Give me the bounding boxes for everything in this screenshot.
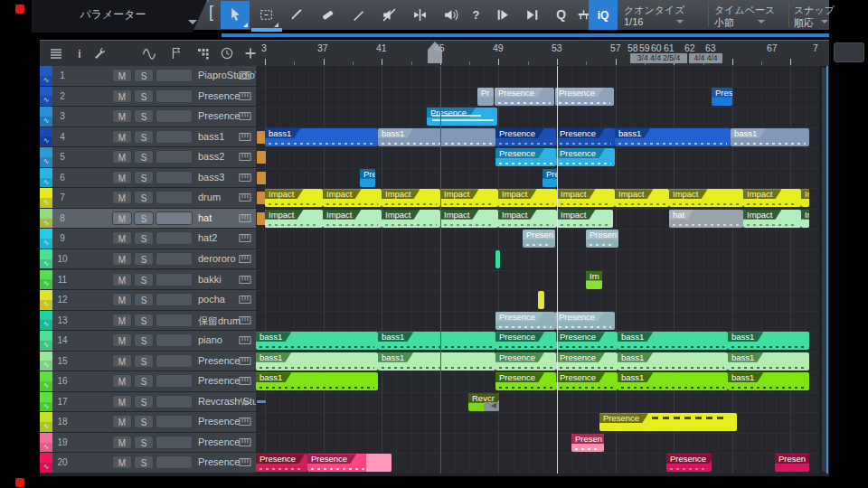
arrangement-area[interactable]: PrPresencePresencePresPresencebass1bass1… — [256, 66, 819, 474]
clip[interactable]: Revcr◀ — [468, 393, 499, 411]
instrument-keyboard-icon[interactable] — [239, 294, 251, 305]
record-arm-box[interactable] — [156, 293, 193, 306]
track-color-chip[interactable]: ∿ — [40, 209, 52, 229]
automation-wave-icon[interactable]: ∿ — [40, 117, 52, 127]
record-arm-box[interactable] — [156, 374, 193, 388]
instrument-keyboard-icon[interactable] — [239, 70, 251, 81]
automation-wave-icon[interactable]: ∿ — [40, 463, 52, 473]
record-arm-box[interactable] — [156, 436, 193, 449]
track-color-chip[interactable]: ∿ — [40, 433, 52, 453]
track-row[interactable]: ∿20MSPresence — [40, 453, 256, 474]
solo-button[interactable]: S — [134, 314, 154, 327]
clip[interactable]: bass1 — [728, 332, 809, 350]
solo-button[interactable]: S — [134, 191, 154, 204]
clip[interactable] — [495, 250, 500, 268]
clip[interactable]: Impact — [743, 210, 801, 228]
instrument-keyboard-icon[interactable] — [239, 232, 251, 244]
record-arm-box[interactable] — [156, 252, 193, 266]
mute-button[interactable]: M — [112, 436, 132, 449]
clip[interactable]: Pr — [477, 88, 494, 106]
clip[interactable]: Impact — [382, 210, 440, 228]
chevron-down-icon[interactable] — [821, 20, 828, 27]
solo-button[interactable]: S — [134, 333, 154, 347]
track-row[interactable]: ∿6MSbass3 — [40, 168, 256, 189]
clip[interactable]: Presence — [556, 128, 615, 146]
clip[interactable]: Presen — [523, 230, 555, 248]
track-color-chip[interactable]: ∿ — [40, 168, 52, 188]
iq-mode-button[interactable]: iQ — [589, 0, 618, 30]
instrument-keyboard-icon[interactable] — [239, 456, 251, 468]
clip[interactable]: Impact — [265, 210, 323, 228]
track-row[interactable]: ∿10MSderororo — [40, 249, 256, 270]
clip[interactable]: bass1 — [618, 332, 728, 350]
clip[interactable]: bass1 — [618, 352, 728, 371]
solo-button[interactable]: S — [134, 150, 154, 164]
record-arm-box[interactable] — [156, 395, 193, 408]
clip[interactable]: bass1 — [265, 128, 378, 146]
clip[interactable]: hat — [669, 210, 743, 228]
track-color-chip[interactable]: ∿ — [40, 412, 52, 432]
clip[interactable]: Presence — [555, 88, 614, 106]
instrument-keyboard-icon[interactable] — [239, 110, 251, 122]
track-row[interactable]: ∿15MSPresence — [40, 352, 256, 372]
automation-wave-icon[interactable]: ∿ — [40, 157, 52, 167]
mute-tool[interactable] — [374, 1, 403, 29]
mute-button[interactable]: M — [112, 109, 132, 123]
record-arm-box[interactable] — [156, 211, 193, 225]
track-color-chip[interactable]: ∿ — [40, 229, 52, 249]
timebase-select[interactable]: 小節 — [714, 16, 734, 30]
chevron-down-icon[interactable] — [188, 20, 197, 29]
mute-button[interactable]: M — [112, 150, 132, 164]
chevron-down-icon[interactable] — [758, 20, 765, 27]
ruler-options-box[interactable] — [834, 42, 864, 62]
instrument-keyboard-icon[interactable] — [239, 355, 251, 367]
solo-button[interactable]: S — [134, 415, 154, 428]
instrument-keyboard-icon[interactable] — [239, 172, 251, 183]
mute-button[interactable]: M — [112, 354, 132, 368]
track-row[interactable]: ∿7MSdrum — [40, 188, 256, 209]
track-row[interactable]: ∿3MSPresence — [40, 107, 256, 127]
grid-icon[interactable] — [192, 43, 213, 63]
automation-wave-icon[interactable]: ∿ — [40, 178, 52, 188]
record-arm-box[interactable] — [156, 150, 193, 164]
clip[interactable]: Presence — [555, 312, 615, 330]
clip[interactable]: bass1 — [256, 372, 378, 390]
clip[interactable]: Presence — [666, 454, 712, 472]
mute-button[interactable]: M — [112, 231, 132, 245]
help[interactable]: ? — [461, 1, 490, 29]
snap-select[interactable]: 順応 — [794, 16, 814, 30]
range-tool[interactable] — [251, 1, 280, 29]
track-color-chip[interactable]: ∿ — [40, 352, 52, 371]
locate-left[interactable] — [488, 1, 517, 29]
track-row[interactable]: ∿5MSbass2 — [40, 147, 256, 168]
track-row[interactable]: ∿16MSPresence — [40, 371, 256, 392]
clip[interactable]: Im — [586, 271, 602, 289]
automation-wave-icon[interactable]: ∿ — [40, 136, 52, 146]
automation-wave-icon[interactable]: ∿ — [40, 320, 52, 330]
track-row[interactable]: ∿17MSRevcrash Studio — [40, 392, 256, 413]
clip[interactable]: Pres — [360, 169, 375, 187]
record-arm-box[interactable] — [156, 314, 193, 327]
track-row[interactable]: ∿4MSbass1 — [40, 127, 256, 148]
timeline-ruler[interactable]: 33741454953575859606162636773/4 4/4 2/5/… — [256, 40, 819, 66]
clip[interactable]: Presence — [556, 372, 618, 390]
record-arm-box[interactable] — [156, 191, 193, 204]
split-tool[interactable] — [282, 1, 311, 29]
record-arm-box[interactable] — [156, 333, 193, 347]
cursor-tool[interactable] — [221, 1, 250, 29]
clip[interactable]: Impact — [382, 189, 440, 207]
mute-button[interactable]: M — [112, 293, 132, 306]
record-arm-box[interactable] — [156, 130, 193, 144]
instrument-keyboard-icon[interactable] — [239, 416, 251, 427]
clip[interactable]: Presence — [307, 454, 392, 472]
clip[interactable]: Impact — [323, 210, 382, 228]
track-row[interactable]: ∿8MShat — [40, 209, 256, 230]
clip[interactable]: Presen — [775, 454, 809, 472]
clip[interactable]: Impact — [557, 210, 613, 228]
record-arm-box[interactable] — [156, 109, 193, 123]
record-arm-box[interactable] — [156, 273, 193, 286]
mute-button[interactable]: M — [112, 314, 132, 327]
clip[interactable]: Impact — [323, 189, 382, 207]
track-color-chip[interactable]: ∿ — [40, 66, 52, 86]
automation-wave-icon[interactable]: ∿ — [40, 239, 52, 249]
